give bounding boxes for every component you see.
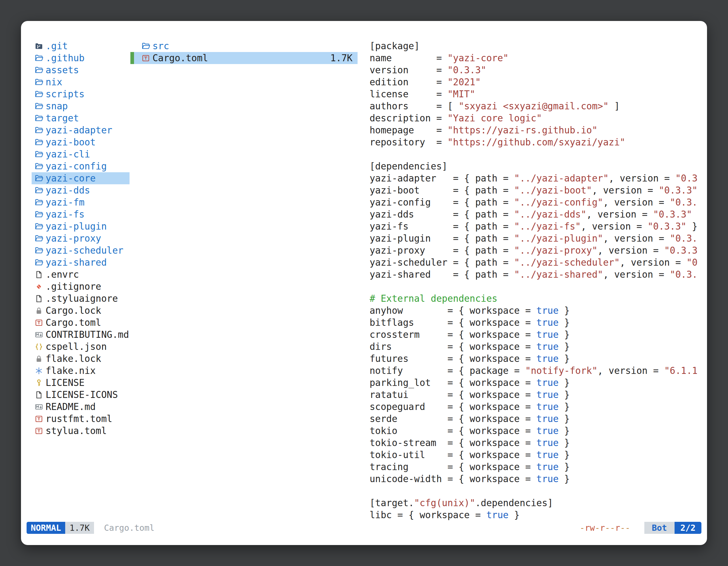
parent-item-yazi-fm[interactable]: yazi-fm	[32, 196, 130, 208]
parent-item-README.md[interactable]: README.md	[32, 401, 130, 413]
preview-line: anyhow = { workspace = true }	[370, 304, 705, 316]
file-name: README.md	[46, 401, 96, 413]
parent-item-.git[interactable]: .git	[32, 40, 130, 52]
file-name: target	[46, 112, 79, 124]
file-size: 1.7K	[330, 52, 353, 64]
parent-item-nix[interactable]: nix	[32, 76, 130, 88]
folder-open-icon	[35, 114, 46, 123]
parent-item-cspell.json[interactable]: cspell.json	[32, 340, 130, 353]
parent-item-yazi-fs[interactable]: yazi-fs	[32, 208, 130, 220]
current-item-Cargo.toml[interactable]: Cargo.toml1.7K	[130, 52, 358, 64]
preview-line: yazi-scheduler = { path = "../yazi-sched…	[370, 257, 705, 269]
preview-line: edition = "2021"	[370, 76, 705, 88]
parent-item-snap[interactable]: snap	[32, 100, 130, 112]
preview-line: serde = { workspace = true }	[370, 413, 705, 425]
file-name: flake.nix	[46, 365, 96, 377]
current-item-src[interactable]: src	[130, 40, 358, 52]
preview-line	[370, 148, 705, 160]
folder-open-icon	[35, 102, 46, 111]
json-icon	[35, 342, 46, 351]
file-icon	[35, 271, 46, 279]
parent-item-yazi-dds[interactable]: yazi-dds	[32, 184, 130, 196]
parent-item-Cargo.toml[interactable]: Cargo.toml	[32, 316, 130, 328]
file-name: LICENSE	[46, 377, 84, 389]
file-name: yazi-fs	[46, 208, 84, 220]
parent-item-.gitignore[interactable]: .gitignore	[32, 281, 130, 292]
status-permissions: -rw-r--r--	[580, 522, 630, 534]
parent-item-target[interactable]: target	[32, 112, 130, 124]
preview-line: description = "Yazi core logic"	[370, 112, 705, 124]
parent-item-.envrc[interactable]: .envrc	[32, 269, 130, 281]
file-name: assets	[46, 64, 79, 76]
preview-line: homepage = "https://yazi-rs.github.io"	[370, 124, 705, 136]
parent-item-yazi-boot[interactable]: yazi-boot	[32, 136, 130, 148]
parent-item-assets[interactable]: assets	[32, 64, 130, 76]
parent-item-flake.lock[interactable]: flake.lock	[32, 353, 130, 365]
preview-line: tracing = { workspace = true }	[370, 461, 705, 473]
preview-line: yazi-config = { path = "../yazi-config",…	[370, 196, 705, 208]
preview-line: [dependencies]	[370, 160, 705, 172]
file-name: .git	[46, 40, 68, 52]
file-name: snap	[46, 100, 68, 112]
file-name: Cargo.lock	[46, 304, 101, 316]
preview-line: yazi-shared = { path = "../yazi-shared",…	[370, 269, 705, 281]
preview-line: yazi-plugin = { path = "../yazi-plugin",…	[370, 233, 705, 245]
selection-marker	[130, 52, 134, 64]
file-name: flake.lock	[46, 353, 101, 365]
preview-line: dirs = { workspace = true }	[370, 340, 705, 353]
file-name: .gitignore	[46, 281, 101, 292]
parent-item-.github[interactable]: .github	[32, 52, 130, 64]
file-name: LICENSE-ICONS	[46, 389, 118, 401]
toml-icon	[35, 427, 46, 435]
md-icon	[35, 403, 46, 411]
parent-item-.styluaignore[interactable]: .styluaignore	[32, 292, 130, 304]
parent-item-CONTRIBUTING.md[interactable]: CONTRIBUTING.md	[32, 328, 130, 340]
file-name: yazi-fm	[46, 196, 84, 208]
file-name: .envrc	[46, 269, 79, 281]
preview-line: version = "0.3.3"	[370, 64, 705, 76]
preview-line: tokio-stream = { workspace = true }	[370, 437, 705, 449]
preview-line: yazi-boot = { path = "../yazi-boot", ver…	[370, 184, 705, 196]
preview-line: [package]	[370, 40, 705, 52]
preview-line: name = "yazi-core"	[370, 52, 705, 64]
parent-item-yazi-cli[interactable]: yazi-cli	[32, 148, 130, 160]
file-name: nix	[46, 76, 62, 88]
folder-open-icon	[35, 90, 46, 98]
parent-item-yazi-proxy[interactable]: yazi-proxy	[32, 233, 130, 245]
parent-item-scripts[interactable]: scripts	[32, 88, 130, 100]
file-name: yazi-config	[46, 160, 107, 172]
parent-item-flake.nix[interactable]: flake.nix	[32, 365, 130, 377]
file-name: yazi-boot	[46, 136, 96, 148]
parent-item-yazi-scheduler[interactable]: yazi-scheduler	[32, 245, 130, 257]
folder-open-icon	[35, 186, 46, 195]
preview-pane[interactable]: [package]name = "yazi-core"version = "0.…	[370, 40, 705, 522]
preview-line: crossterm = { workspace = true }	[370, 328, 705, 340]
parent-item-LICENSE[interactable]: LICENSE	[32, 377, 130, 389]
preview-line: notify = { package = "notify-fork", vers…	[370, 365, 705, 377]
parent-item-yazi-config[interactable]: yazi-config	[32, 160, 130, 172]
folder-open-icon	[35, 259, 46, 267]
toml-icon	[35, 415, 46, 423]
lock-icon	[35, 354, 46, 363]
parent-item-yazi-core[interactable]: yazi-core	[32, 172, 130, 184]
folder-open-icon	[35, 150, 46, 159]
parent-item-Cargo.lock[interactable]: Cargo.lock	[32, 304, 130, 316]
file-name: Cargo.toml	[152, 52, 208, 64]
file-name: scripts	[46, 88, 84, 100]
parent-item-LICENSE-ICONS[interactable]: LICENSE-ICONS	[32, 389, 130, 401]
preview-line: scopeguard = { workspace = true }	[370, 401, 705, 413]
parent-item-yazi-adapter[interactable]: yazi-adapter	[32, 124, 130, 136]
file-icon	[35, 294, 46, 303]
file-name: yazi-cli	[46, 148, 90, 160]
file-name: yazi-core	[46, 172, 96, 184]
folder-open-icon	[35, 234, 46, 243]
parent-item-yazi-shared[interactable]: yazi-shared	[32, 257, 130, 269]
file-name: .github	[46, 52, 84, 64]
preview-line: [target."cfg(unix)".dependencies]	[370, 497, 705, 509]
preview-line: bitflags = { workspace = true }	[370, 316, 705, 328]
parent-item-yazi-plugin[interactable]: yazi-plugin	[32, 220, 130, 233]
file-name: yazi-dds	[46, 184, 90, 196]
parent-item-stylua.toml[interactable]: stylua.toml	[32, 425, 130, 437]
parent-item-rustfmt.toml[interactable]: rustfmt.toml	[32, 413, 130, 425]
preview-line: # External dependencies	[370, 292, 705, 304]
